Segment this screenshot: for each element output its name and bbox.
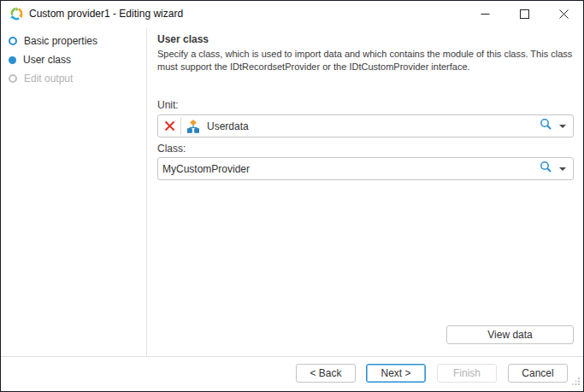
sidebar-item-edit-output: Edit output (1, 69, 146, 88)
step-label: Edit output (24, 73, 73, 85)
wizard-steps-sidebar: Basic properties User class Edit output (1, 28, 146, 354)
close-button[interactable] (544, 1, 583, 27)
title-bar[interactable]: Custom provider1 - Editing wizard (1, 1, 583, 27)
clear-red-x-icon[interactable] (158, 115, 180, 137)
cancel-button[interactable]: Cancel (508, 364, 568, 383)
sidebar-item-user-class[interactable]: User class (1, 50, 146, 69)
maximize-button[interactable] (504, 1, 544, 27)
class-combobox[interactable] (157, 157, 574, 180)
app-refresh-icon (9, 7, 24, 21)
unit-hierarchy-icon (186, 120, 200, 133)
step-label: Basic properties (24, 35, 97, 47)
unit-combobox[interactable] (157, 114, 574, 137)
step-current-bullet-icon (9, 56, 16, 64)
page-description: Specify a class, which is used to import… (157, 48, 575, 73)
finish-button: Finish (437, 364, 497, 383)
combo-separator (180, 117, 181, 135)
dropdown-arrow-icon[interactable] (559, 167, 566, 171)
footer-divider (1, 356, 583, 357)
step-disabled-bullet-icon (9, 74, 17, 83)
unit-input[interactable] (203, 115, 540, 137)
dropdown-arrow-icon[interactable] (559, 125, 566, 128)
next-button[interactable]: Next > (366, 364, 426, 383)
editing-wizard-dialog: Custom provider1 - Editing wizard Basic … (0, 0, 584, 392)
view-data-button[interactable]: View data (446, 325, 574, 344)
unit-label: Unit: (157, 99, 179, 111)
step-visited-bullet-icon (9, 37, 17, 45)
page-title: User class (157, 33, 209, 45)
search-icon[interactable] (540, 118, 552, 134)
class-label: Class: (157, 143, 186, 155)
step-label: User class (23, 54, 71, 66)
resize-grip[interactable] (572, 373, 581, 389)
search-icon[interactable] (540, 161, 552, 177)
class-input[interactable] (158, 158, 540, 179)
sidebar-item-basic-properties[interactable]: Basic properties (1, 32, 146, 50)
back-button[interactable]: < Back (296, 364, 356, 383)
minimize-button[interactable] (465, 1, 504, 27)
window-title: Custom provider1 - Editing wizard (29, 1, 183, 27)
sidebar-divider (146, 28, 147, 356)
